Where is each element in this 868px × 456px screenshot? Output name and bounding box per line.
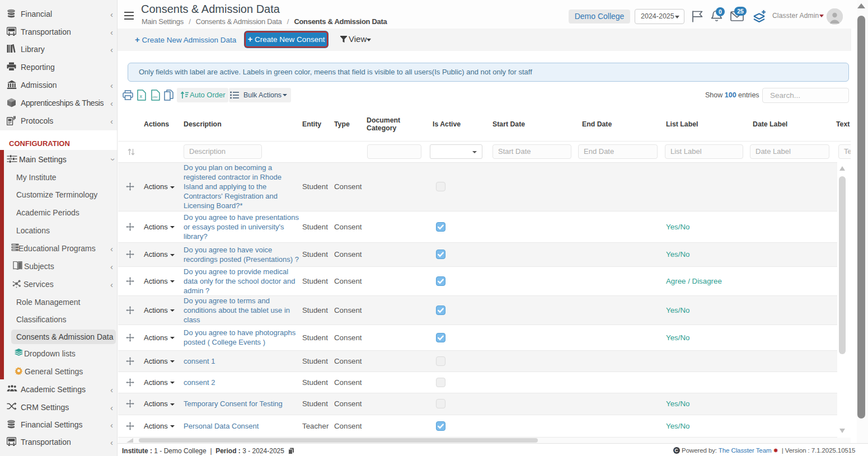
svg-text:x: x [140,93,143,99]
svg-text:csv: csv [153,95,158,98]
svg-text:C: C [675,448,678,453]
